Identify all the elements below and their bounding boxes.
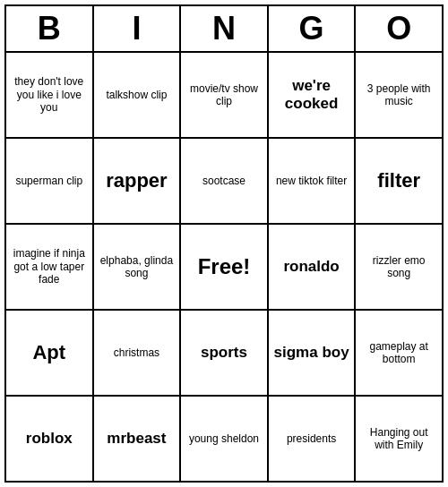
bingo-cell-2-3: ronaldo: [269, 225, 357, 309]
bingo-row-0: they don't love you like i love youtalks…: [6, 53, 442, 139]
bingo-cell-3-2: sports: [181, 311, 269, 395]
bingo-card: BINGO they don't love you like i love yo…: [4, 4, 444, 483]
header-letter-o: O: [356, 6, 442, 51]
bingo-cell-1-0: superman clip: [6, 139, 94, 223]
bingo-cell-2-1: elphaba, glinda song: [94, 225, 182, 309]
bingo-cell-2-2: Free!: [181, 225, 269, 309]
bingo-cell-1-2: sootcase: [181, 139, 269, 223]
bingo-cell-1-3: new tiktok filter: [269, 139, 357, 223]
bingo-cell-1-1: rapper: [94, 139, 182, 223]
bingo-header: BINGO: [6, 6, 442, 53]
header-letter-g: G: [269, 6, 357, 51]
bingo-cell-4-3: presidents: [269, 397, 357, 481]
bingo-cell-0-2: movie/tv show clip: [181, 53, 269, 137]
bingo-cell-4-2: young sheldon: [181, 397, 269, 481]
bingo-cell-0-3: we're cooked: [269, 53, 357, 137]
bingo-cell-2-0: imagine if ninja got a low taper fade: [6, 225, 94, 309]
header-letter-n: N: [181, 6, 269, 51]
bingo-cell-1-4: filter: [356, 139, 442, 223]
bingo-cell-0-4: 3 people with music: [356, 53, 442, 137]
bingo-cell-2-4: rizzler emo song: [356, 225, 442, 309]
bingo-cell-3-1: christmas: [94, 311, 182, 395]
bingo-cell-0-1: talkshow clip: [94, 53, 182, 137]
bingo-cell-3-0: Apt: [6, 311, 94, 395]
bingo-grid: they don't love you like i love youtalks…: [6, 53, 442, 481]
bingo-cell-3-4: gameplay at bottom: [356, 311, 442, 395]
header-letter-b: B: [6, 6, 94, 51]
bingo-row-2: imagine if ninja got a low taper fadeelp…: [6, 225, 442, 311]
bingo-cell-4-0: roblox: [6, 397, 94, 481]
bingo-row-3: Aptchristmassportssigma boygameplay at b…: [6, 311, 442, 397]
bingo-row-1: superman cliprappersootcasenew tiktok fi…: [6, 139, 442, 225]
bingo-cell-3-3: sigma boy: [269, 311, 357, 395]
header-letter-i: I: [94, 6, 182, 51]
bingo-cell-4-4: Hanging out with Emily: [356, 397, 442, 481]
bingo-cell-4-1: mrbeast: [94, 397, 182, 481]
bingo-row-4: robloxmrbeastyoung sheldonpresidentsHang…: [6, 397, 442, 481]
bingo-cell-0-0: they don't love you like i love you: [6, 53, 94, 137]
